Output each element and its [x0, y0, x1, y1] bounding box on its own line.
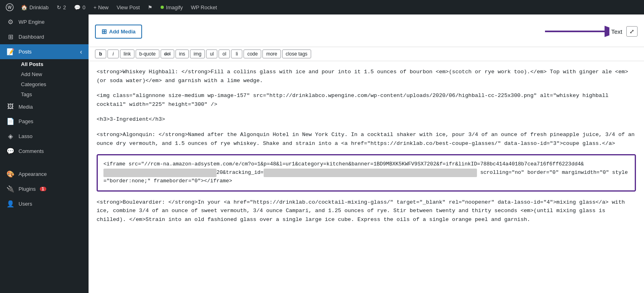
- editor-paragraph-5: <strong>Boulevardier: </strong>In your <…: [97, 198, 636, 224]
- editor-body[interactable]: <strong>Whiskey Highball: </strong>Fill …: [89, 61, 644, 293]
- media-icon: 🖼: [6, 103, 14, 110]
- plugins-badge: 1: [40, 187, 46, 191]
- pages-icon: 📄: [6, 118, 14, 125]
- updates-icon: ↻: [57, 4, 61, 10]
- sidebar-item-media[interactable]: 🖼 Media: [0, 99, 89, 114]
- dashboard-icon: ⊞: [6, 33, 14, 41]
- yoast-icon: ⚑: [148, 4, 153, 10]
- add-media-icon: ⊞: [101, 28, 107, 35]
- wp-logo[interactable]: W: [3, 0, 16, 14]
- sidebar-item-pages[interactable]: 📄 Pages: [0, 114, 89, 129]
- adminbar-yoast[interactable]: ⚑: [144, 0, 156, 14]
- editor-highlighted-iframe-block[interactable]: <iframe src="//rcm-na.amazon-adsystem.co…: [97, 154, 636, 191]
- comments-sidebar-icon: 💬: [6, 147, 14, 155]
- sidebar-item-dashboard[interactable]: ⊞ Dashboard: [0, 29, 89, 44]
- blurred-text-2: ████████████████████████████████████████…: [264, 169, 477, 177]
- admin-bar: W 🏠 Drinklab ↻ 2 💬 0 + New View Post ⚑ I…: [0, 0, 644, 14]
- sidebar-item-all-posts[interactable]: All Posts: [14, 59, 89, 69]
- fullscreen-button[interactable]: ⤢: [626, 26, 638, 37]
- sidebar-item-add-new[interactable]: Add New: [14, 69, 89, 79]
- green-status-dot: [161, 6, 164, 9]
- adminbar-wprocket[interactable]: WP Rocket: [188, 0, 220, 14]
- sidebar-item-posts[interactable]: 📝 Posts ‹: [0, 44, 89, 59]
- comments-icon: 💬: [74, 4, 80, 10]
- format-ins-button[interactable]: ins: [175, 50, 189, 58]
- format-ul-button[interactable]: ul: [206, 50, 217, 58]
- sidebar-item-categories[interactable]: Categories: [14, 79, 89, 89]
- format-li-button[interactable]: li: [231, 50, 242, 58]
- adminbar-updates[interactable]: ↻ 2: [54, 0, 69, 14]
- format-bold-button[interactable]: b: [95, 50, 106, 58]
- adminbar-imagify-dot[interactable]: Imagify: [157, 0, 186, 14]
- posts-submenu: All Posts Add New Categories Tags: [0, 59, 89, 99]
- format-close-tags-button[interactable]: close tags: [282, 50, 311, 58]
- sidebar-item-wpengine[interactable]: ⚙ WP Engine: [0, 14, 89, 29]
- users-icon: 👤: [6, 200, 14, 208]
- sidebar-item-lasso[interactable]: ◈ Lasso: [0, 129, 89, 144]
- format-img-button[interactable]: img: [190, 50, 205, 58]
- content-area: ⊞ Add Media Text ⤢ b i: [89, 14, 644, 293]
- plus-icon: +: [93, 4, 97, 10]
- sidebar: ⚙ WP Engine ⊞ Dashboard 📝 Posts ‹ All Po…: [0, 14, 89, 293]
- sidebar-item-users[interactable]: 👤 Users: [0, 196, 89, 211]
- adminbar-comments[interactable]: 💬 0: [71, 0, 89, 14]
- format-more-button[interactable]: more: [262, 50, 281, 58]
- lasso-icon: ◈: [6, 132, 14, 140]
- format-bquote-button[interactable]: b-quote: [136, 50, 159, 58]
- format-italic-button[interactable]: i: [107, 50, 119, 58]
- posts-icon: 📝: [6, 48, 14, 56]
- editor-paragraph-3: <h3>3-Ingredient</h3>: [97, 115, 636, 124]
- editor-paragraph-4: <strong>Algonquin: </strong>Named after …: [97, 130, 636, 148]
- plugins-icon: 🔌: [6, 185, 14, 193]
- format-code-button[interactable]: code: [244, 50, 261, 58]
- appearance-icon: 🎨: [6, 170, 14, 178]
- sidebar-item-plugins[interactable]: 🔌 Plugins 1: [0, 182, 89, 196]
- adminbar-site[interactable]: 🏠 Drinklab: [18, 0, 52, 14]
- arrow-pointing-text: [545, 19, 609, 43]
- posts-chevron: ‹: [80, 48, 82, 56]
- format-link-button[interactable]: link: [120, 50, 134, 58]
- adminbar-view-post[interactable]: View Post: [114, 0, 143, 14]
- blurred-text-1: ████████████████████████████████████: [103, 169, 217, 177]
- add-media-button[interactable]: ⊞ Add Media: [95, 25, 142, 39]
- editor-toolbar-top: ⊞ Add Media Text ⤢: [89, 14, 644, 47]
- wpengine-icon: ⚙: [6, 18, 14, 26]
- sidebar-item-tags[interactable]: Tags: [14, 89, 89, 99]
- svg-text:W: W: [8, 5, 12, 10]
- text-tab-area: Text ⤢: [545, 19, 638, 43]
- format-del-button[interactable]: del: [161, 50, 174, 58]
- text-tab-label[interactable]: Text: [611, 28, 622, 35]
- editor-paragraph-2: <img class="alignnone size-medium wp-ima…: [97, 91, 636, 109]
- editor-paragraph-1: <strong>Whiskey Highball: </strong>Fill …: [97, 68, 636, 85]
- sidebar-item-comments[interactable]: 💬 Comments: [0, 144, 89, 159]
- format-bar: b i link b-quote del ins img ul ol li co…: [89, 47, 644, 61]
- sidebar-item-appearance[interactable]: 🎨 Appearance: [0, 167, 89, 182]
- adminbar-new[interactable]: + New: [90, 4, 112, 10]
- home-icon: 🏠: [21, 4, 27, 10]
- format-ol-button[interactable]: ol: [219, 50, 230, 58]
